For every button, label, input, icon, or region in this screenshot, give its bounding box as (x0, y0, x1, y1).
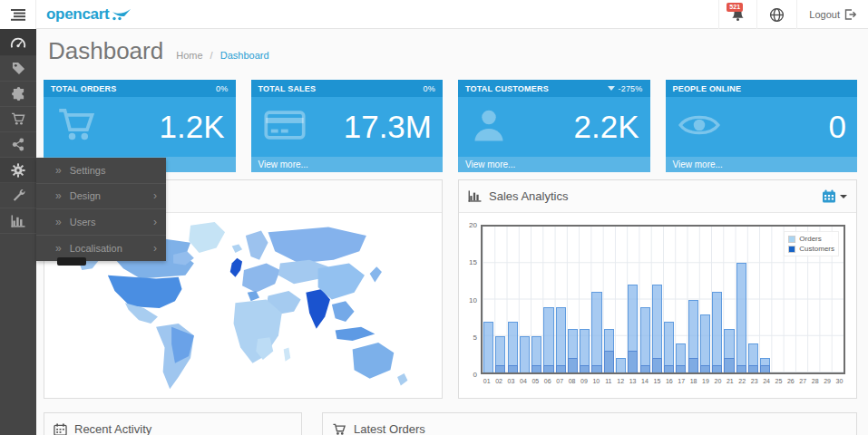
logout-icon (844, 9, 856, 20)
legend-entry: Orders (788, 234, 834, 244)
latest-orders-title: Latest Orders (354, 422, 425, 435)
customers-bar (568, 358, 578, 372)
sales-chart-plot[interactable]: OrdersCustomers (481, 225, 845, 374)
dashboard-gauge-icon (10, 36, 26, 49)
x-tick-label: 24 (760, 378, 772, 384)
x-tick-label: 27 (797, 378, 809, 384)
sidebar-item-extensions[interactable] (0, 82, 36, 107)
language-button[interactable] (756, 0, 796, 29)
logo-text: opencart (46, 5, 109, 24)
submenu-item-users[interactable]: »Users› (36, 209, 166, 236)
submenu-item-settings[interactable]: »Settings (36, 158, 166, 184)
y-tick-label: 0 (473, 371, 477, 379)
chart-bar-slot (507, 227, 519, 372)
orders-bar (700, 314, 710, 372)
top-right-controls: 521 Logout (718, 0, 868, 29)
notification-count-badge: 521 (727, 3, 743, 12)
wrench-icon (12, 188, 25, 202)
breadcrumb-current[interactable]: Dashboard (220, 50, 269, 61)
latest-orders-header: Latest Orders (323, 413, 856, 435)
chart-bar-slot (603, 227, 615, 372)
menu-list-icon (11, 9, 25, 21)
x-tick-label: 29 (821, 378, 833, 384)
extensions-puzzle-icon (12, 87, 25, 101)
tile-label: TOTAL CUSTOMERS (465, 84, 549, 93)
customers-bar (676, 365, 686, 372)
gear-icon (11, 163, 25, 178)
orders-bar (543, 307, 553, 372)
chevron-right-icon: › (153, 216, 157, 228)
sidebar-item-reports[interactable] (0, 208, 36, 234)
tile-value: 0 (829, 109, 857, 145)
customers-bar (748, 365, 758, 372)
sidebar-item-marketing[interactable] (0, 132, 36, 158)
chart-bar-slot (711, 227, 723, 372)
tile-body: 1.2K (44, 97, 236, 157)
customers-bar (688, 358, 698, 372)
tile-header: PEOPLE ONLINE (666, 80, 858, 97)
chart-bar-slot (663, 227, 675, 372)
sidebar-item-dashboard[interactable] (0, 29, 36, 56)
tile-value: 17.3M (344, 109, 443, 145)
logout-label: Logout (809, 9, 840, 20)
tile-value: 1.2K (160, 109, 236, 145)
chevron-right-icon: › (153, 242, 157, 255)
view-more-link[interactable]: View more... (666, 157, 858, 172)
chevron-right-icon: › (153, 189, 157, 202)
recent-activity-header: Recent Activity (44, 413, 301, 435)
submenu-item-design[interactable]: »Design› (36, 184, 166, 210)
legend-swatch (788, 246, 795, 253)
chart-bar-slot (542, 227, 554, 372)
customers-bar (724, 358, 734, 372)
globe-icon (769, 7, 785, 23)
sidebar-toggle-button[interactable] (0, 0, 36, 29)
sales-chart-body: 05101520 OrdersCustomers 010203040506070… (459, 213, 856, 398)
orders-bar (640, 307, 650, 372)
customers-bar (652, 358, 662, 372)
tile-delta: 0% (424, 84, 435, 93)
tile-delta: -275% (608, 84, 642, 93)
customers-bar (628, 351, 638, 372)
chart-bar-slot (590, 227, 602, 372)
tile-body: 0 (666, 97, 858, 157)
bar-chart-icon (11, 215, 25, 227)
chart-bar-slot (651, 227, 663, 372)
chart-bar-slot (615, 227, 627, 372)
tag-icon (12, 62, 25, 75)
legend-entry: Customers (788, 244, 834, 254)
x-tick-label: 21 (724, 378, 736, 384)
logout-button[interactable]: Logout (796, 0, 868, 29)
tile-value: 2.2K (574, 109, 650, 145)
chart-bar-slot (688, 227, 699, 372)
sidebar-item-system[interactable] (0, 158, 36, 183)
bottom-panels: Recent Activity Latest Orders (44, 412, 857, 435)
chart-bar-slot (531, 227, 542, 372)
y-tick-label: 15 (469, 258, 477, 266)
share-nodes-icon (12, 138, 24, 151)
breadcrumb-home[interactable]: Home (176, 50, 202, 61)
chart-bar-slot (627, 227, 639, 372)
calendar-icon (822, 189, 836, 203)
submenu-item-localisation[interactable]: »Localisation› (36, 236, 166, 262)
sidebar-item-sales[interactable] (0, 107, 36, 132)
y-tick-label: 10 (469, 295, 477, 304)
notifications-button[interactable]: 521 (718, 0, 756, 29)
x-tick-label: 07 (553, 378, 565, 384)
sidebar-item-tools[interactable] (0, 183, 36, 208)
eye-icon (678, 111, 720, 143)
chart-bar-slot (555, 227, 567, 372)
x-tick-label: 20 (712, 378, 724, 384)
chart-range-button[interactable] (822, 189, 847, 203)
customers-bar (508, 365, 518, 372)
orders-bar (736, 263, 746, 372)
opencart-logo[interactable]: opencart (46, 0, 132, 29)
x-tick-label: 14 (639, 378, 650, 384)
double-chevron-icon: » (55, 216, 62, 228)
view-more-link[interactable]: View more... (458, 157, 650, 172)
view-more-link[interactable]: View more... (251, 157, 444, 172)
orders-bar (556, 307, 566, 372)
chart-bar-slot (699, 227, 711, 372)
sidebar-item-catalog[interactable] (0, 56, 36, 82)
tile-label: TOTAL ORDERS (51, 84, 116, 93)
x-tick-label: 08 (566, 378, 578, 384)
